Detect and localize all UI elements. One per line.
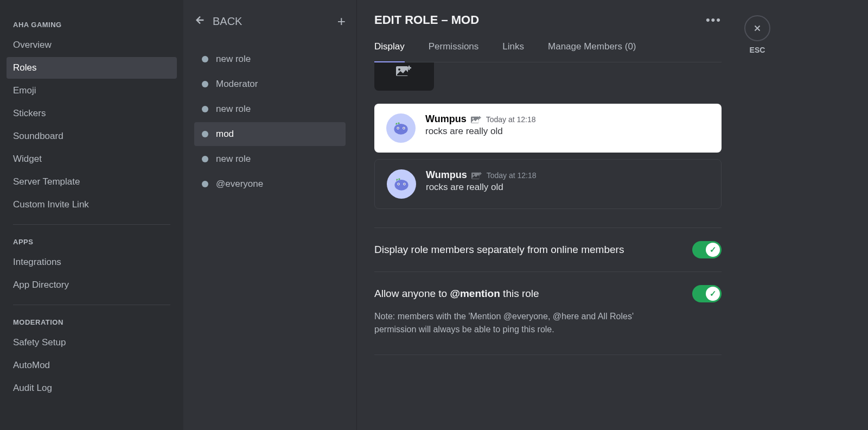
sidebar-item-app-directory[interactable]: App Directory xyxy=(7,274,177,296)
preview-card-dark: Wumpus Today at 12:18 rocks are really o… xyxy=(374,159,722,209)
image-plus-icon xyxy=(471,171,482,180)
preview-content: Wumpus Today at 12:18 rocks are really o… xyxy=(426,169,709,199)
role-name: @everyone xyxy=(216,179,263,189)
role-color-dot xyxy=(202,156,208,162)
sidebar-item-integrations[interactable]: Integrations xyxy=(7,251,177,273)
toggle-display-separately[interactable]: ✓ xyxy=(692,241,722,258)
sidebar-divider xyxy=(13,224,170,225)
setting-label: Allow anyone to @mention this role xyxy=(374,288,539,300)
preview-message: rocks are really old xyxy=(426,182,709,193)
role-color-dot xyxy=(202,81,208,87)
back-arrow-icon[interactable] xyxy=(194,14,206,29)
setting-note: Note: members with the 'Mention @everyon… xyxy=(374,310,673,336)
sidebar-item-custom-invite[interactable]: Custom Invite Link xyxy=(7,194,177,216)
sidebar-item-roles[interactable]: Roles xyxy=(7,57,177,79)
back-label[interactable]: BACK xyxy=(213,15,331,28)
preview-username: Wumpus xyxy=(426,169,467,181)
check-icon: ✓ xyxy=(710,289,717,299)
svg-point-1 xyxy=(398,68,400,71)
setting-display-separately: Display role members separately from onl… xyxy=(374,227,722,271)
preview-card-light: Wumpus Today at 12:18 rocks are really o… xyxy=(374,104,722,153)
role-color-dot xyxy=(202,56,208,62)
sidebar-item-stickers[interactable]: Stickers xyxy=(7,103,177,124)
sidebar-item-emoji[interactable]: Emoji xyxy=(7,80,177,102)
upload-image-box[interactable] xyxy=(374,62,434,91)
sidebar-item-server-template[interactable]: Server Template xyxy=(7,171,177,193)
preview-content: Wumpus Today at 12:18 rocks are really o… xyxy=(425,113,710,143)
preview-username: Wumpus xyxy=(425,113,467,125)
role-name: new role xyxy=(216,104,251,115)
settings-sidebar: AHA GAMING Overview Roles Emoji Stickers… xyxy=(0,0,183,430)
close-button[interactable] xyxy=(744,15,770,41)
sidebar-item-safety-setup[interactable]: Safety Setup xyxy=(7,332,177,353)
sidebar-item-widget[interactable]: Widget xyxy=(7,148,177,170)
role-item[interactable]: new role xyxy=(194,97,346,121)
role-item[interactable]: new role xyxy=(194,147,346,171)
preview-timestamp: Today at 12:18 xyxy=(486,115,536,124)
setting-label: Display role members separately from onl… xyxy=(374,244,624,256)
tab-links[interactable]: Links xyxy=(502,41,524,62)
sidebar-section-title-moderation: MODERATION xyxy=(7,314,177,331)
svg-point-15 xyxy=(473,174,474,175)
sidebar-item-audit-log[interactable]: Audit Log xyxy=(7,377,177,399)
svg-point-2 xyxy=(394,124,407,135)
toggle-knob: ✓ xyxy=(706,287,720,301)
image-plus-icon xyxy=(396,65,412,79)
role-item-active[interactable]: mod xyxy=(194,122,346,146)
sidebar-section-title-apps: APPS xyxy=(7,233,177,250)
tab-display[interactable]: Display xyxy=(374,41,405,62)
sidebar-item-automod[interactable]: AutoMod xyxy=(7,355,177,376)
avatar xyxy=(386,113,416,143)
svg-point-13 xyxy=(404,184,405,185)
image-plus-icon xyxy=(471,115,482,124)
toggle-knob: ✓ xyxy=(706,243,720,257)
sidebar-item-soundboard[interactable]: Soundboard xyxy=(7,125,177,147)
main-content: EDIT ROLE – MOD ••• Display Permissions … xyxy=(357,0,868,430)
main-header: EDIT ROLE – MOD ••• xyxy=(374,13,722,27)
more-options-button[interactable]: ••• xyxy=(706,13,722,27)
roles-header: BACK + xyxy=(194,13,346,30)
sidebar-divider xyxy=(13,305,170,305)
add-role-button[interactable]: + xyxy=(337,13,346,30)
roles-list-column: BACK + new role Moderator new role mod n… xyxy=(183,0,357,430)
close-container: ESC xyxy=(744,15,770,54)
role-color-dot xyxy=(202,181,208,187)
preview-message: rocks are really old xyxy=(425,126,710,137)
role-name: new role xyxy=(216,154,251,165)
setting-allow-mention: Allow anyone to @mention this role ✓ Not… xyxy=(374,271,722,349)
role-color-dot xyxy=(202,106,208,112)
svg-point-9 xyxy=(394,180,408,191)
role-item[interactable]: @everyone xyxy=(194,172,346,196)
close-label: ESC xyxy=(750,46,765,54)
svg-point-6 xyxy=(403,128,404,129)
avatar xyxy=(387,169,416,199)
svg-point-12 xyxy=(398,184,399,185)
toggle-allow-mention[interactable]: ✓ xyxy=(692,285,722,302)
check-icon: ✓ xyxy=(710,245,717,255)
role-color-dot xyxy=(202,131,208,137)
preview-timestamp: Today at 12:18 xyxy=(487,171,537,180)
sidebar-section-title-server: AHA GAMING xyxy=(7,16,177,33)
role-name: Moderator xyxy=(216,79,258,90)
sidebar-item-overview[interactable]: Overview xyxy=(7,34,177,56)
svg-point-5 xyxy=(398,128,399,129)
role-name: new role xyxy=(216,54,251,65)
tab-permissions[interactable]: Permissions xyxy=(429,41,479,62)
page-title: EDIT ROLE – MOD xyxy=(374,13,706,27)
tabs-row: Display Permissions Links Manage Members… xyxy=(374,41,722,62)
content-area: Wumpus Today at 12:18 rocks are really o… xyxy=(374,62,722,355)
divider xyxy=(374,355,722,355)
tab-manage-members[interactable]: Manage Members (0) xyxy=(548,41,636,62)
main-wrapper: EDIT ROLE – MOD ••• Display Permissions … xyxy=(357,0,868,430)
svg-point-8 xyxy=(472,118,474,119)
role-name: mod xyxy=(216,129,234,140)
role-item[interactable]: new role xyxy=(194,47,346,71)
role-item[interactable]: Moderator xyxy=(194,72,346,96)
